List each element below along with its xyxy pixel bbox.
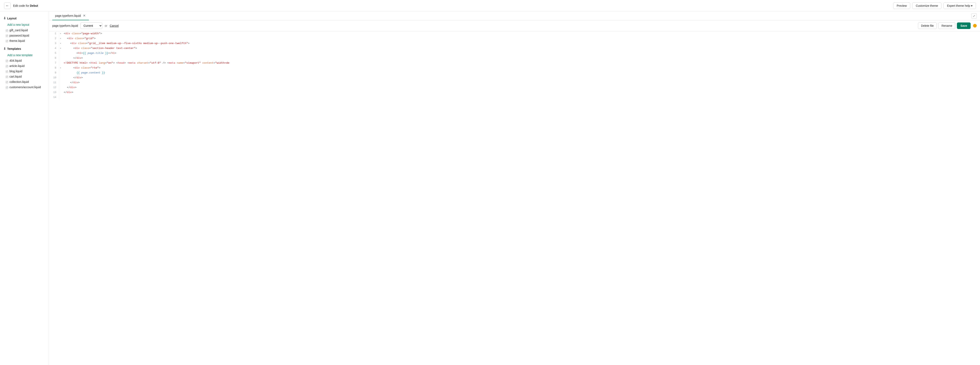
tabs-bar: page.typeform.liquid ✕ ⤢ bbox=[49, 11, 980, 21]
line-content: <div class="page-width"> bbox=[62, 31, 980, 36]
code-line: 14 bbox=[49, 95, 980, 100]
templates-section-header: ⬇ Templates bbox=[0, 45, 49, 52]
sidebar-item-theme[interactable]: {/} theme.liquid bbox=[0, 38, 49, 43]
sidebar-item-collection[interactable]: {/} collection.liquid bbox=[0, 79, 49, 84]
line-fold-arrow[interactable] bbox=[59, 80, 62, 85]
line-fold-arrow[interactable] bbox=[59, 60, 62, 65]
line-number: 10 bbox=[49, 75, 59, 80]
editor-area: page.typeform.liquid ✕ ⤢ page.typeform.l… bbox=[49, 11, 980, 365]
file-label: 404.liquid bbox=[10, 59, 22, 62]
sidebar-item-article[interactable]: {/} article.liquid bbox=[0, 63, 49, 68]
customize-theme-button[interactable]: Customize theme bbox=[912, 2, 942, 9]
back-icon: ← bbox=[6, 4, 9, 8]
liquid-file-icon: {/} bbox=[6, 86, 8, 89]
line-fold-arrow[interactable]: ▾ bbox=[59, 65, 62, 70]
line-number: 1 bbox=[49, 31, 59, 36]
liquid-file-icon: {/} bbox=[6, 29, 8, 32]
code-line: 9 {{ page.content }} bbox=[49, 70, 980, 75]
line-number: 2 bbox=[49, 36, 59, 41]
sidebar-item-gift-card[interactable]: {/} gift_card.liquid bbox=[0, 27, 49, 33]
add-layout-link[interactable]: Add a new layout bbox=[0, 22, 49, 27]
tabs-list: page.typeform.liquid ✕ bbox=[52, 11, 89, 20]
sidebar-item-404[interactable]: {/} 404.liquid bbox=[0, 58, 49, 63]
line-content: <div class="section-header text-center"> bbox=[62, 46, 980, 51]
tab-page-typeform[interactable]: page.typeform.liquid ✕ bbox=[52, 11, 89, 20]
line-number: 12 bbox=[49, 85, 59, 90]
code-line: 2 ▾ <div class="grid"> bbox=[49, 36, 980, 41]
save-indicator-dot bbox=[973, 24, 977, 27]
line-content: <!DOCTYPE html> <html lang="en"> <head> … bbox=[62, 60, 980, 65]
line-content: <div class="grid"> bbox=[62, 36, 980, 41]
line-fold-arrow[interactable]: ▾ bbox=[59, 46, 62, 51]
rename-button[interactable]: Rename bbox=[939, 22, 955, 29]
line-content bbox=[62, 95, 980, 100]
templates-icon: ⬇ bbox=[3, 47, 6, 51]
line-number: 6 bbox=[49, 56, 59, 60]
templates-section-title: Templates bbox=[7, 47, 21, 51]
code-editor[interactable]: 1 ▾ <div class="page-width"> 2 ▾ <div cl… bbox=[49, 31, 980, 365]
line-fold-arrow[interactable] bbox=[59, 95, 62, 100]
line-fold-arrow[interactable] bbox=[59, 90, 62, 95]
sidebar-item-cart[interactable]: {/} cart.liquid bbox=[0, 74, 49, 79]
line-number: 11 bbox=[49, 80, 59, 85]
line-content: </div> bbox=[62, 80, 980, 85]
sidebar-item-password[interactable]: {/} password.liquid bbox=[0, 33, 49, 38]
topbar-title: Edit code for Debut bbox=[13, 4, 38, 7]
file-label: blog.liquid bbox=[10, 70, 22, 73]
topbar-left: ← Edit code for Debut bbox=[4, 2, 38, 9]
line-fold-arrow[interactable] bbox=[59, 70, 62, 75]
toolbar-actions: Delete file Rename Save bbox=[918, 22, 977, 29]
sidebar: ⬇ Layout Add a new layout {/} gift_card.… bbox=[0, 11, 49, 365]
delete-file-button[interactable]: Delete file bbox=[918, 22, 937, 29]
code-line: 11 </div> bbox=[49, 80, 980, 85]
expand-icon: ⤢ bbox=[973, 14, 975, 17]
liquid-file-icon: {/} bbox=[6, 59, 8, 62]
line-content: {{ page.content }} bbox=[62, 70, 980, 75]
line-content: </div> bbox=[62, 90, 980, 95]
line-number: 4 bbox=[49, 46, 59, 51]
code-line: 3 ▾ <div class="grid__item medium-up--fi… bbox=[49, 41, 980, 46]
liquid-file-icon: {/} bbox=[6, 34, 8, 37]
file-label: customers/account.liquid bbox=[10, 86, 41, 89]
back-button[interactable]: ← bbox=[4, 2, 11, 9]
save-button[interactable]: Save bbox=[957, 22, 970, 29]
expand-editor-button[interactable]: ⤢ bbox=[971, 13, 977, 19]
line-fold-arrow[interactable]: ▾ bbox=[59, 31, 62, 36]
sidebar-item-customers-account[interactable]: {/} customers/account.liquid bbox=[0, 84, 49, 90]
line-number: 3 bbox=[49, 41, 59, 46]
line-number: 5 bbox=[49, 51, 59, 56]
tab-filename-label: page.typeform.liquid bbox=[55, 14, 81, 17]
line-fold-arrow[interactable]: ▾ bbox=[59, 36, 62, 41]
code-line: 12 </div> bbox=[49, 85, 980, 90]
code-line: 13 </div> bbox=[49, 90, 980, 95]
code-line: 1 ▾ <div class="page-width"> bbox=[49, 31, 980, 36]
line-number: 13 bbox=[49, 90, 59, 95]
code-line: 10 </div> bbox=[49, 75, 980, 80]
preview-button[interactable]: Preview bbox=[893, 2, 910, 9]
line-content: <div class="rte"> bbox=[62, 65, 980, 70]
code-line: 4 ▾ <div class="section-header text-cent… bbox=[49, 46, 980, 51]
topbar-right: Preview Customize theme Expert theme hel… bbox=[893, 2, 976, 9]
line-content: </div> bbox=[62, 56, 980, 60]
tab-close-button[interactable]: ✕ bbox=[83, 14, 86, 18]
line-fold-arrow[interactable] bbox=[59, 51, 62, 56]
line-fold-arrow[interactable] bbox=[59, 56, 62, 60]
file-label: article.liquid bbox=[10, 64, 24, 68]
code-line: 6 </div> bbox=[49, 56, 980, 60]
version-select[interactable]: Current bbox=[80, 22, 102, 29]
line-fold-arrow[interactable]: ▾ bbox=[59, 41, 62, 46]
title-prefix: Edit code for bbox=[13, 4, 30, 7]
expert-theme-help-button[interactable]: Expert theme help bbox=[943, 2, 976, 9]
toolbar-filename: page.typeform.liquid bbox=[52, 24, 78, 27]
topbar: ← Edit code for Debut Preview Customize … bbox=[0, 0, 980, 11]
line-number: 14 bbox=[49, 95, 59, 100]
add-template-link[interactable]: Add a new template bbox=[0, 52, 49, 58]
sidebar-item-blog[interactable]: {/} blog.liquid bbox=[0, 68, 49, 74]
file-label: collection.liquid bbox=[10, 80, 29, 84]
or-text: or bbox=[105, 24, 107, 27]
line-fold-arrow[interactable] bbox=[59, 75, 62, 80]
line-fold-arrow[interactable] bbox=[59, 85, 62, 90]
line-number: 7 bbox=[49, 60, 59, 65]
cancel-link[interactable]: Cancel bbox=[110, 24, 119, 27]
liquid-file-icon: {/} bbox=[6, 65, 8, 68]
